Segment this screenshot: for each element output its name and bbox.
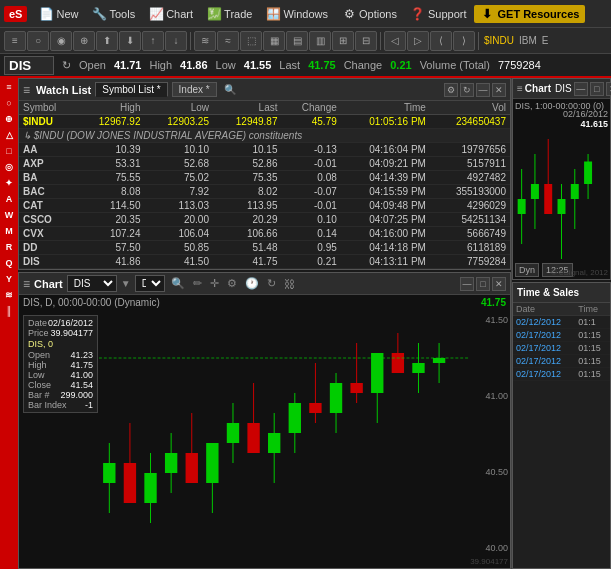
sidebar-icon-10[interactable]: M bbox=[2, 224, 16, 238]
table-row[interactable]: CVX 107.24 106.04 106.66 0.14 04:16:00 P… bbox=[19, 227, 510, 241]
menu-item-windows[interactable]: 🪟 Windows bbox=[260, 5, 334, 23]
toolbar-btn-12[interactable]: ▦ bbox=[263, 31, 285, 51]
toolbar-btn-7[interactable]: ↑ bbox=[142, 31, 164, 51]
toolbar-btn-8[interactable]: ↓ bbox=[165, 31, 187, 51]
toolbar-btn-14[interactable]: ▥ bbox=[309, 31, 331, 51]
sidebar-icon-2[interactable]: ○ bbox=[2, 96, 16, 110]
chart-link[interactable]: ⛓ bbox=[282, 278, 297, 290]
ts-date-cell: 02/17/2012 bbox=[513, 355, 575, 368]
toolbar-btn-15[interactable]: ⊞ bbox=[332, 31, 354, 51]
menu-item-new[interactable]: 📄 New bbox=[33, 5, 84, 23]
chart-controls: — □ ✕ bbox=[460, 277, 506, 291]
sidebar-icon-1[interactable]: ≡ bbox=[2, 80, 16, 94]
right-chart-panel: ≡ Chart DIS — □ ✕ DIS, 1:00-00:00:00 (0)… bbox=[512, 78, 611, 280]
toolbar-btn-3[interactable]: ◉ bbox=[50, 31, 72, 51]
table-row[interactable]: CAT 114.50 113.03 113.95 -0.01 04:09:48 … bbox=[19, 199, 510, 213]
menu-item-support[interactable]: ❓ Support bbox=[405, 5, 473, 23]
chart-crosshair[interactable]: ✛ bbox=[208, 277, 221, 290]
info-barindex-label: Bar Index bbox=[28, 400, 67, 410]
toolbar-btn-19[interactable]: ⟨ bbox=[430, 31, 452, 51]
table-row[interactable]: CSCO 20.35 20.00 20.29 0.10 04:07:25 PM … bbox=[19, 213, 510, 227]
chart-settings[interactable]: ⚙ bbox=[225, 277, 239, 290]
chart-draw[interactable]: ✏ bbox=[191, 277, 204, 290]
col-time: Time bbox=[341, 101, 430, 115]
sidebar-icon-7[interactable]: ✦ bbox=[2, 176, 16, 190]
sidebar-icon-13[interactable]: Y bbox=[2, 272, 16, 286]
info-low-label: Low bbox=[28, 370, 45, 380]
menu-item-trade[interactable]: 💹 Trade bbox=[201, 5, 258, 23]
row-high: 57.50 bbox=[76, 241, 145, 255]
chart-clock[interactable]: 🕐 bbox=[243, 277, 261, 290]
toolbar-btn-17[interactable]: ◁ bbox=[384, 31, 406, 51]
sidebar-icon-15[interactable]: ║ bbox=[2, 304, 16, 318]
search-icon[interactable]: 🔍 bbox=[221, 84, 239, 95]
sidebar-icon-8[interactable]: A bbox=[2, 192, 16, 206]
list-item[interactable]: 02/12/2012 01:1 bbox=[513, 316, 610, 329]
chart-period-select[interactable]: D W M bbox=[135, 275, 165, 292]
toolbar-btn-16[interactable]: ⊟ bbox=[355, 31, 377, 51]
sidebar-icon-12[interactable]: Q bbox=[2, 256, 16, 270]
toolbar-btn-2[interactable]: ○ bbox=[27, 31, 49, 51]
right-chart-max-btn[interactable]: □ bbox=[590, 82, 604, 96]
watchlist-settings-btn[interactable]: ⚙ bbox=[444, 83, 458, 97]
list-item[interactable]: 02/17/2012 01:15 bbox=[513, 368, 610, 381]
svg-rect-13 bbox=[227, 423, 239, 443]
row-vol: 19797656 bbox=[430, 143, 510, 157]
toolbar-btn-6[interactable]: ⬇ bbox=[119, 31, 141, 51]
toolbar-btn-20[interactable]: ⟩ bbox=[453, 31, 475, 51]
refresh-icon[interactable]: ↻ bbox=[62, 59, 71, 72]
chart-close-btn[interactable]: ✕ bbox=[492, 277, 506, 291]
list-item[interactable]: 02/17/2012 01:15 bbox=[513, 342, 610, 355]
table-row[interactable]: DIS 41.86 41.50 41.75 0.21 04:13:11 PM 7… bbox=[19, 255, 510, 269]
chart-max-btn[interactable]: □ bbox=[476, 277, 490, 291]
sidebar-icon-11[interactable]: R bbox=[2, 240, 16, 254]
low-value: 41.55 bbox=[244, 59, 272, 71]
table-row[interactable]: BA 75.55 75.02 75.35 0.08 04:14:39 PM 49… bbox=[19, 171, 510, 185]
right-chart-close-btn[interactable]: ✕ bbox=[606, 82, 611, 96]
col-change: Change bbox=[281, 101, 340, 115]
watchlist-refresh-btn[interactable]: ↻ bbox=[460, 83, 474, 97]
index-change: 45.79 bbox=[281, 115, 340, 129]
sidebar-icon-14[interactable]: ≋ bbox=[2, 288, 16, 302]
sidebar-icon-3[interactable]: ⊕ bbox=[2, 112, 16, 126]
chart-refresh[interactable]: ↻ bbox=[265, 277, 278, 290]
toolbar-btn-13[interactable]: ▤ bbox=[286, 31, 308, 51]
toolbar-btn-1[interactable]: ≡ bbox=[4, 31, 26, 51]
toolbar-btn-4[interactable]: ⊕ bbox=[73, 31, 95, 51]
watchlist-group-row: ↳ $INDU (DOW JONES INDUSTRIAL AVERAGE) c… bbox=[19, 129, 510, 143]
chart-zoom-out[interactable]: 🔍 bbox=[169, 277, 187, 290]
sidebar-icon-9[interactable]: W bbox=[2, 208, 16, 222]
list-item[interactable]: 02/17/2012 01:15 bbox=[513, 329, 610, 342]
toolbar-btn-9[interactable]: ≋ bbox=[194, 31, 216, 51]
watchlist-min-btn[interactable]: — bbox=[476, 83, 490, 97]
watchlist-close-btn[interactable]: ✕ bbox=[492, 83, 506, 97]
toolbar-btn-10[interactable]: ≈ bbox=[217, 31, 239, 51]
table-row[interactable]: AXP 53.31 52.68 52.86 -0.01 04:09:21 PM … bbox=[19, 157, 510, 171]
svg-rect-46 bbox=[584, 162, 592, 185]
chart-symbol-select[interactable]: DIS bbox=[67, 275, 117, 292]
menu-item-chart[interactable]: 📈 Chart bbox=[143, 5, 199, 23]
right-chart-min-btn[interactable]: — bbox=[574, 82, 588, 96]
svg-rect-33 bbox=[433, 358, 445, 363]
sidebar-icon-5[interactable]: □ bbox=[2, 144, 16, 158]
chart-min-btn[interactable]: — bbox=[460, 277, 474, 291]
toolbar-btn-5[interactable]: ⬆ bbox=[96, 31, 118, 51]
menu-item-tools[interactable]: 🔧 Tools bbox=[86, 5, 141, 23]
menu-item-get-resources[interactable]: ⬇ GET Resources bbox=[474, 5, 585, 23]
table-row[interactable]: AA 10.39 10.10 10.15 -0.13 04:16:04 PM 1… bbox=[19, 143, 510, 157]
watchlist-index-row[interactable]: $INDU 12967.92 12903.25 12949.87 45.79 0… bbox=[19, 115, 510, 129]
tab-symbol-list[interactable]: Symbol List * bbox=[95, 82, 167, 97]
table-row[interactable]: DD 57.50 50.85 51.48 0.95 04:14:18 PM 61… bbox=[19, 241, 510, 255]
menu-item-options[interactable]: ⚙ Options bbox=[336, 5, 403, 23]
sidebar-icon-6[interactable]: ◎ bbox=[2, 160, 16, 174]
ts-header-row: Date Time bbox=[513, 303, 610, 316]
toolbar-btn-18[interactable]: ▷ bbox=[407, 31, 429, 51]
quote-symbol-input[interactable] bbox=[4, 56, 54, 75]
time-sales-panel: Time & Sales Date Time 02/12/2012 01:1 0… bbox=[512, 282, 611, 569]
toolbar-btn-11[interactable]: ⬚ bbox=[240, 31, 262, 51]
sidebar-icon-4[interactable]: △ bbox=[2, 128, 16, 142]
table-row[interactable]: BAC 8.08 7.92 8.02 -0.07 04:15:59 PM 355… bbox=[19, 185, 510, 199]
menu-trade-label: Trade bbox=[224, 8, 252, 20]
list-item[interactable]: 02/17/2012 01:15 bbox=[513, 355, 610, 368]
tab-index[interactable]: Index * bbox=[172, 82, 217, 97]
